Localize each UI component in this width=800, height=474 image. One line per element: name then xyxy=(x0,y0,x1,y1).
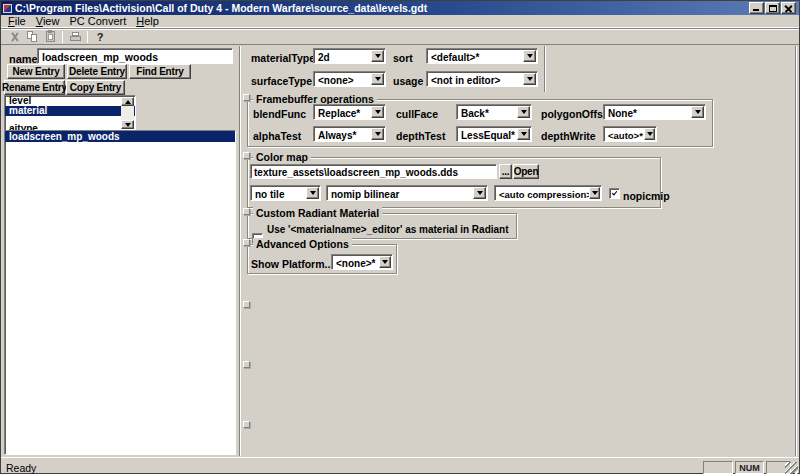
dropdown-arrow-icon[interactable] xyxy=(523,50,536,62)
dropdown-arrow-icon[interactable] xyxy=(371,106,384,118)
menu-pc-convert[interactable]: PC Convert xyxy=(64,15,131,28)
sort-combo[interactable]: <default>* xyxy=(426,48,538,64)
color-map-path-input[interactable]: texture_assets\loadscreen_mp_woods.dds xyxy=(250,164,497,179)
collapse-toggle-icon[interactable] xyxy=(243,421,250,428)
sort-label: sort xyxy=(393,52,413,64)
cullFace-value: Back* xyxy=(461,108,489,119)
paste-button[interactable] xyxy=(41,30,59,44)
color-map-group-title: Color map xyxy=(253,151,311,163)
collapse-toggle-icon[interactable] xyxy=(243,208,250,215)
cullFace-combo[interactable]: Back* xyxy=(456,104,532,120)
dropdown-arrow-icon[interactable] xyxy=(306,187,319,199)
scroll-up-button[interactable] xyxy=(121,97,134,106)
cut-icon xyxy=(9,32,19,42)
minimize-icon xyxy=(753,9,759,11)
tile-combo[interactable]: no tile xyxy=(250,185,321,201)
depthTest-combo[interactable]: LessEqual* xyxy=(456,126,532,142)
category-list[interactable]: level material aitype xyxy=(4,95,136,131)
help-button[interactable]: ? xyxy=(91,30,109,44)
collapse-toggle-icon[interactable] xyxy=(243,152,250,159)
polygonOffset-combo[interactable]: None* xyxy=(603,104,706,120)
blendFunc-label: blendFunc xyxy=(253,108,306,120)
menu-view[interactable]: View xyxy=(31,15,65,28)
menu-file[interactable]: File xyxy=(3,15,31,28)
compression-combo[interactable]: <auto compression>* xyxy=(494,185,602,201)
list-item-loadscreen[interactable]: loadscreen_mp_woods xyxy=(5,131,235,142)
surfaceType-value: <none> xyxy=(318,75,354,86)
dropdown-arrow-icon[interactable] xyxy=(644,128,655,140)
show-platform-combo[interactable]: <none>* xyxy=(331,254,393,270)
collapse-toggle-icon[interactable] xyxy=(243,361,250,368)
dropdown-arrow-icon[interactable] xyxy=(371,50,384,62)
blendFunc-value: Replace* xyxy=(318,108,360,119)
paste-icon xyxy=(46,31,55,42)
dropdown-arrow-icon[interactable] xyxy=(517,106,530,118)
dropdown-arrow-icon[interactable] xyxy=(379,256,391,268)
find-entry-button[interactable]: Find Entry xyxy=(129,64,191,79)
window-title: C:\Program Files\Activision\Call of Duty… xyxy=(15,1,427,15)
close-button[interactable] xyxy=(781,2,796,14)
menu-help[interactable]: Help xyxy=(131,15,164,28)
rename-entry-button[interactable]: Rename Entry xyxy=(4,80,65,95)
open-button[interactable]: Open xyxy=(513,164,539,179)
dropdown-arrow-icon[interactable] xyxy=(523,73,536,85)
color-map-path-value: texture_assets\loadscreen_mp_woods.dds xyxy=(254,167,458,178)
app-window: C:\Program Files\Activision\Call of Duty… xyxy=(0,0,800,474)
status-text: Ready xyxy=(6,462,36,474)
collapse-toggle-icon[interactable] xyxy=(243,94,250,101)
new-entry-button[interactable]: New Entry xyxy=(7,64,65,79)
app-icon xyxy=(3,4,12,13)
dropdown-arrow-icon[interactable] xyxy=(371,73,384,85)
alphaTest-value: Always* xyxy=(318,130,356,141)
resize-grip[interactable] xyxy=(785,462,798,474)
depthWrite-combo[interactable]: <auto>* xyxy=(603,126,657,142)
depthWrite-value: <auto>* xyxy=(608,130,643,141)
name-input[interactable]: loadscreen_mp_woods xyxy=(37,48,233,64)
dropdown-arrow-icon[interactable] xyxy=(473,187,486,199)
status-bar: Ready NUM xyxy=(1,457,799,474)
delete-entry-button[interactable]: Delete Entry xyxy=(67,64,127,79)
compression-value: <auto compression>* xyxy=(499,189,596,200)
usage-label: usage xyxy=(393,75,423,87)
filter-combo[interactable]: nomip bilinear xyxy=(326,185,488,201)
copy-entry-button[interactable]: Copy Entry xyxy=(66,80,125,95)
panel-splitter[interactable] xyxy=(239,46,240,456)
copy-button[interactable] xyxy=(23,30,41,44)
scroll-down-button[interactable] xyxy=(121,120,134,129)
list-item-material[interactable]: material xyxy=(5,106,135,116)
maximize-icon xyxy=(769,5,777,12)
custom-radiant-group-title: Custom Radiant Material xyxy=(253,207,382,219)
category-list-scrollbar[interactable] xyxy=(121,97,134,129)
radiant-editor-label: Use '<materialname>_editor' as material … xyxy=(267,224,509,235)
materialType-label: materialType xyxy=(251,52,315,64)
cut-button[interactable] xyxy=(5,30,23,44)
maximize-button[interactable] xyxy=(765,2,780,14)
materialType-combo[interactable]: 2d xyxy=(313,48,386,64)
dropdown-arrow-icon[interactable] xyxy=(517,128,530,140)
show-platform-value: <none>* xyxy=(336,258,375,269)
show-platform-label: Show Platform... xyxy=(251,258,333,270)
print-button[interactable] xyxy=(66,30,84,44)
blendFunc-combo[interactable]: Replace* xyxy=(313,104,386,120)
minimize-button[interactable] xyxy=(749,2,764,14)
collapse-toggle-icon[interactable] xyxy=(243,239,250,246)
sort-value: <default>* xyxy=(431,52,479,63)
usage-combo[interactable]: <not in editor> xyxy=(426,71,538,87)
alphaTest-combo[interactable]: Always* xyxy=(313,126,386,142)
surfaceType-combo[interactable]: <none> xyxy=(313,71,386,87)
advanced-options-group-title: Advanced Options xyxy=(253,238,352,250)
right-edge-line xyxy=(795,46,796,456)
dropdown-arrow-icon[interactable] xyxy=(691,106,704,118)
nopicmip-checkbox[interactable] xyxy=(609,188,620,199)
dropdown-arrow-icon[interactable] xyxy=(589,187,600,199)
menu-bar: File View PC Convert Help xyxy=(1,15,799,28)
entry-list[interactable]: loadscreen_mp_woods xyxy=(4,130,236,455)
depthTest-value: LessEqual* xyxy=(461,130,515,141)
scroll-down-icon xyxy=(125,123,131,127)
collapse-toggle-icon[interactable] xyxy=(243,301,250,308)
browse-button[interactable]: ... xyxy=(499,164,512,179)
dropdown-arrow-icon[interactable] xyxy=(371,128,384,140)
toolbar: ? xyxy=(1,28,799,44)
title-bar: C:\Program Files\Activision\Call of Duty… xyxy=(1,1,799,15)
scroll-up-icon xyxy=(125,100,131,104)
